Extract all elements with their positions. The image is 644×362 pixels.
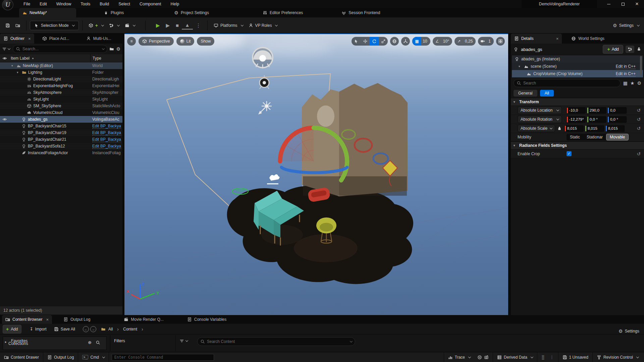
mobility-movable[interactable]: Movable (606, 134, 629, 140)
menu-select[interactable]: Select (114, 0, 135, 8)
edit-blueprint-link[interactable]: Edit BP_Backya (90, 123, 122, 129)
tab-details[interactable]: Details × (511, 34, 562, 44)
reset-enable-crop-button[interactable]: ↺ (637, 151, 641, 157)
edit-blueprint-link[interactable]: Edit BP_Backya (90, 129, 122, 136)
play-button[interactable]: ▶ (153, 21, 163, 30)
tree-row-abades-gs[interactable]: abades_gs VolingaBaseAc (0, 116, 122, 123)
filter-icon[interactable] (2, 47, 7, 51)
close-button[interactable]: × (630, 0, 644, 8)
save-all-button[interactable]: Save All (51, 325, 78, 333)
location-x-field[interactable]: -10,0 (567, 107, 586, 114)
filter-general-button[interactable]: General (514, 90, 537, 97)
maximize-button[interactable] (616, 0, 630, 8)
expand-arrow-icon[interactable]: ▾ (17, 71, 20, 74)
scale-tool-button[interactable] (379, 37, 388, 46)
tabwell-link-project-settings[interactable]: ⚙ Project Settings (171, 8, 212, 17)
location-z-field[interactable]: 0,0 (607, 107, 627, 114)
radiance-section-header[interactable]: ▾ Radiance Fields Settings (511, 141, 644, 149)
collections-label[interactable]: Collections (8, 341, 28, 346)
rotation-z-field[interactable]: 0,0 ° (607, 116, 627, 123)
eye-icon[interactable] (0, 117, 9, 122)
breadcrumb-content[interactable]: Content (122, 325, 139, 333)
menu-edit[interactable]: Edit (35, 0, 52, 8)
scale-snap-toggle[interactable]: ↗ (454, 37, 464, 46)
dots-grid-icon[interactable]: ⣿ (541, 355, 545, 360)
gear-icon[interactable]: ⚙ (116, 46, 120, 52)
lock-scale-icon[interactable] (557, 126, 562, 131)
content-search-input[interactable] (207, 339, 346, 344)
chevron-down-icon[interactable] (350, 340, 353, 342)
console-command-input[interactable] (112, 354, 214, 361)
save-level-button[interactable] (3, 21, 13, 30)
unsaved-button[interactable]: 1 Unsaved (558, 352, 593, 362)
tab-outliner[interactable]: Outliner × (0, 34, 34, 44)
outliner-search-input[interactable] (22, 47, 99, 51)
scrollbar[interactable] (640, 56, 642, 75)
tree-row-lighting[interactable]: ▾ Lighting Folder (0, 69, 122, 76)
column-item-label[interactable]: Item Label ▲ (9, 56, 90, 61)
menu-build[interactable]: Build (95, 0, 114, 8)
chevron-down-icon[interactable] (8, 47, 10, 50)
unlock-icon[interactable] (637, 47, 641, 52)
enable-crop-checkbox[interactable]: ✓ (567, 151, 572, 156)
show-flags-dropdown[interactable]: Show (197, 37, 214, 46)
settings-gear-icon[interactable]: ⚙ (637, 80, 641, 86)
tab-newmap[interactable]: NewMap* (19, 8, 76, 17)
transform-section-header[interactable]: ▾ Transform (511, 98, 644, 106)
output-log-button[interactable]: Output Log (43, 352, 78, 362)
expand-arrow-icon[interactable]: ▸ (5, 340, 8, 344)
tabwell-link-session-frontend[interactable]: Session Frontend (338, 8, 383, 17)
blueprint-edit-button[interactable] (626, 46, 634, 53)
profiler-icon[interactable] (477, 355, 482, 360)
edit-in-cpp-link[interactable]: Edit in C++ (616, 71, 636, 76)
menu-tools[interactable]: Tools (76, 0, 95, 8)
stop-button[interactable]: ■ (173, 21, 182, 29)
menu-component[interactable]: Component (135, 0, 166, 8)
rotation-x-field[interactable]: -12,279° (567, 116, 586, 123)
select-tool-button[interactable] (352, 37, 361, 46)
location-label-dropdown[interactable]: Absolute Location (518, 107, 562, 114)
component-root-row[interactable]: abades_gs (Instance) (512, 55, 643, 63)
white-sprite[interactable] (267, 174, 280, 184)
browse-folder-icon[interactable] (109, 47, 114, 51)
scale-label-dropdown[interactable]: Absolute Scale (518, 125, 555, 132)
tree-row-bp-backyardsofa12[interactable]: BP_BackyardSofa12 Edit BP_Backya (0, 143, 122, 149)
component-scene-row[interactable]: ▾ scene (Scene) Edit in C++ (512, 63, 643, 70)
vp-roles-dropdown[interactable]: VP Roles (246, 21, 280, 30)
blueprints-dropdown[interactable] (106, 21, 122, 30)
edit-blueprint-link[interactable]: Edit BP_Backya (90, 136, 122, 143)
minimize-button[interactable] (602, 0, 616, 8)
rotation-snap-toggle[interactable]: ∠ (433, 37, 442, 46)
tree-row-bp-backyardchair19[interactable]: BP_BackyardChair19 Edit BP_Backya (0, 129, 122, 136)
rotate-tool-button[interactable] (370, 37, 379, 46)
tree-row-directionallight[interactable]: DirectionalLight DirectionalLigh (0, 76, 122, 82)
search-collections-icon[interactable] (96, 340, 100, 345)
filters-label[interactable]: Filters (114, 339, 125, 343)
menu-file[interactable]: File (19, 0, 35, 8)
reset-location-button[interactable]: ↺ (637, 108, 641, 113)
scale-snap-value[interactable]: 0,25 (464, 39, 476, 44)
tree-row-bp-backyardchair15[interactable]: BP_BackyardChair15 Edit BP_Backya (0, 123, 122, 129)
add-actor-dropdown[interactable]: + (86, 21, 106, 30)
expand-arrow-icon[interactable]: ▾ (519, 65, 522, 68)
browse-content-button[interactable] (13, 21, 23, 30)
breadcrumb-all[interactable]: All (107, 325, 114, 333)
tree-row-exponentialheightfog[interactable]: ExponentialHeightFog ExponentialHei (0, 82, 122, 89)
move-tool-button[interactable] (361, 37, 370, 46)
location-y-field[interactable]: 290,0 (587, 107, 606, 114)
ruined-wall[interactable] (302, 83, 408, 196)
tree-row-bp-backyardchair21[interactable]: BP_BackyardChair21 Edit BP_Backya (0, 136, 122, 143)
revision-control-dropdown[interactable]: Revision Control (593, 352, 644, 362)
close-icon[interactable]: × (28, 36, 31, 41)
edit-blueprint-link[interactable]: Edit BP_Backya (90, 143, 122, 149)
rotation-snap-value[interactable]: 10° (442, 39, 452, 44)
tree-row-instancedfoliageactor[interactable]: InstancedFoliageActor InstancedFoliag (0, 149, 122, 156)
tab-content-browser[interactable]: Content Browser × (2, 315, 52, 324)
drawer-settings-button[interactable]: ⚙ Settings (619, 328, 639, 334)
kebab-icon[interactable]: ⋮ (550, 355, 554, 360)
import-button[interactable]: ↧ Import (27, 325, 50, 333)
scale-z-field[interactable]: 8,015 (605, 125, 625, 132)
splitter[interactable] (508, 34, 511, 315)
derived-data-dropdown[interactable]: Derived Data (493, 352, 537, 362)
cmd-dropdown[interactable]: >_ Cmd (78, 352, 109, 362)
